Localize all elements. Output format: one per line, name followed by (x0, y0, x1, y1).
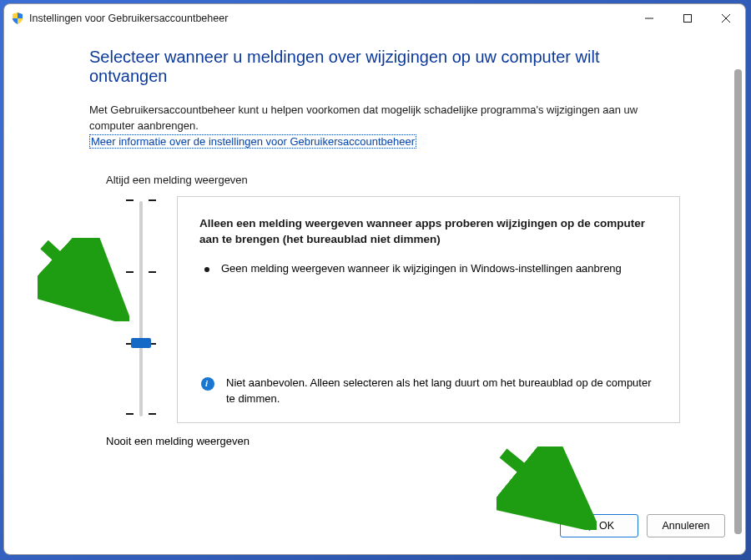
page-heading: Selecteer wanneer u meldingen over wijzi… (89, 48, 680, 86)
notification-slider-block: Altijd een melding weergeven Alleen een … (89, 174, 680, 447)
ok-button[interactable]: OK (560, 514, 638, 537)
slider-thumb[interactable] (131, 338, 151, 348)
slider-label-never: Nooit een melding weergeven (106, 435, 680, 447)
level-title: Alleen een melding weergeven wanneer app… (199, 215, 659, 248)
level-bullet-text: Geen melding weergeven wanneer ik wijzig… (221, 261, 622, 277)
uac-settings-window: Instellingen voor Gebruikersaccountbehee… (3, 3, 746, 555)
cancel-button[interactable]: Annuleren (647, 514, 725, 537)
description-text: Met Gebruikersaccountbeheer kunt u helpe… (89, 103, 638, 132)
uac-slider[interactable] (89, 196, 177, 421)
close-button[interactable] (707, 6, 745, 31)
level-warning: Niet aanbevolen. Alleen selecteren als h… (199, 376, 659, 407)
level-warning-text: Niet aanbevolen. Alleen selecteren als h… (226, 376, 659, 407)
vertical-scrollbar[interactable] (734, 69, 742, 534)
window-title: Instellingen voor Gebruikersaccountbehee… (29, 13, 630, 24)
slider-label-always: Altijd een melding weergeven (106, 174, 680, 186)
page-description: Met Gebruikersaccountbeheer kunt u helpe… (89, 103, 680, 150)
ok-button-label: OK (599, 520, 614, 532)
level-info-panel: Alleen een melding weergeven wanneer app… (177, 196, 680, 423)
svg-rect-1 (684, 15, 692, 23)
minimize-button[interactable] (630, 6, 668, 31)
shield-icon (584, 520, 596, 532)
slider-tick (126, 199, 156, 201)
learn-more-link[interactable]: Meer informatie over de instellingen voo… (89, 134, 416, 149)
dialog-buttons: OK Annuleren (560, 514, 725, 537)
info-icon (201, 377, 214, 391)
maximize-button[interactable] (668, 6, 707, 31)
slider-tick (126, 413, 156, 415)
level-bullet: Geen melding weergeven wanneer ik wijzig… (199, 261, 659, 277)
shield-icon (11, 12, 24, 25)
bullet-icon (204, 267, 209, 272)
content-area: Selecteer wanneer u meldingen over wijzi… (4, 33, 745, 554)
cancel-button-label: Annuleren (663, 520, 710, 532)
slider-track (139, 201, 143, 416)
title-bar: Instellingen voor Gebruikersaccountbehee… (4, 4, 745, 33)
slider-tick (126, 271, 156, 273)
